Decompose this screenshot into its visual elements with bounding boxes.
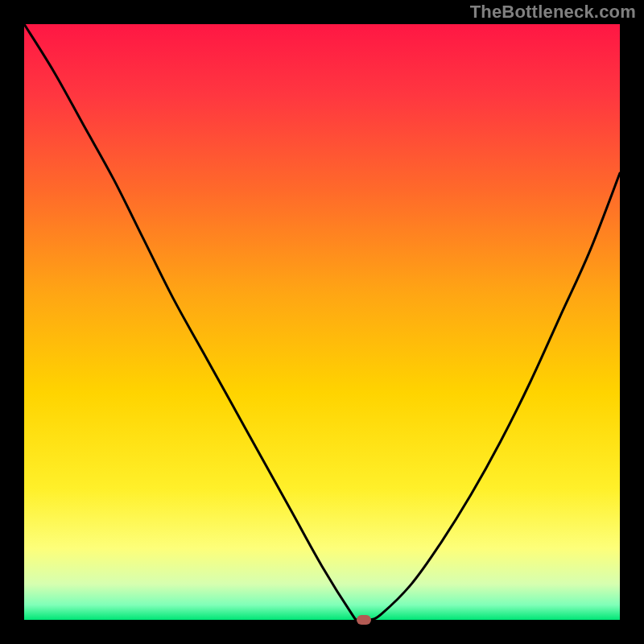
chart-frame: TheBottleneck.com	[0, 0, 644, 644]
gradient-fill	[24, 24, 620, 620]
watermark-text: TheBottleneck.com	[470, 2, 636, 23]
gradient-plot-area	[24, 24, 620, 620]
